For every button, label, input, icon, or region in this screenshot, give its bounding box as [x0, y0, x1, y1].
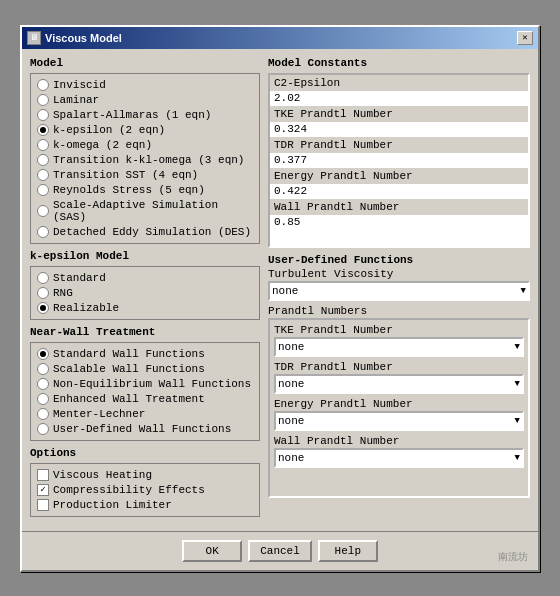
radio-user-wall[interactable]	[37, 423, 49, 435]
nearwall-section-label: Near-Wall Treatment	[30, 326, 260, 338]
main-content: Model Inviscid Laminar Spalart-Allmaras …	[22, 49, 538, 531]
model-k-epsilon[interactable]: k-epsilon (2 eqn)	[37, 123, 253, 137]
options-check-group: Viscous Heating ✓ Compressibility Effect…	[37, 468, 253, 512]
model-constants-box: C2-Epsilon 2.02 TKE Prandtl Number 0.324…	[268, 73, 530, 248]
radio-menter[interactable]	[37, 408, 49, 420]
ok-button[interactable]: OK	[182, 540, 242, 562]
kepsilon-rng[interactable]: RNG	[37, 286, 253, 300]
radio-realizable[interactable]	[37, 302, 49, 314]
label-transition-sst: Transition SST (4 eqn)	[53, 169, 198, 181]
viscous-model-window: 🖥 Viscous Model ✕ Model Inviscid Lamina	[20, 25, 540, 572]
nearwall-section: Standard Wall Functions Scalable Wall Fu…	[30, 342, 260, 441]
radio-des[interactable]	[37, 226, 49, 238]
const-energy-label: Energy Prandtl Number	[270, 168, 528, 184]
const-energy-value[interactable]: 0.422	[270, 184, 528, 199]
radio-enhanced[interactable]	[37, 393, 49, 405]
prandtl-tke-arrow: ▼	[515, 342, 520, 352]
turbulent-viscosity-label: Turbulent Viscosity	[268, 268, 530, 280]
radio-std-wall[interactable]	[37, 348, 49, 360]
nearwall-user[interactable]: User-Defined Wall Functions	[37, 422, 253, 436]
label-spalart: Spalart-Allmaras (1 eqn)	[53, 109, 211, 121]
label-sas: Scale-Adaptive Simulation (SAS)	[53, 199, 253, 223]
turbulent-viscosity-arrow: ▼	[521, 286, 526, 296]
const-wall-label: Wall Prandtl Number	[270, 199, 528, 215]
help-button[interactable]: Help	[318, 540, 378, 562]
label-laminar: Laminar	[53, 94, 99, 106]
prandtl-numbers-label: Prandtl Numbers	[268, 305, 530, 317]
udf-section-label: User-Defined Functions	[268, 254, 530, 266]
kepsilon-standard[interactable]: Standard	[37, 271, 253, 285]
prandtl-tdr-dropdown[interactable]: none ▼	[274, 374, 524, 394]
label-menter: Menter-Lechner	[53, 408, 145, 420]
check-production-limiter[interactable]	[37, 499, 49, 511]
model-spalart[interactable]: Spalart-Allmaras (1 eqn)	[37, 108, 253, 122]
const-tke-value[interactable]: 0.324	[270, 122, 528, 137]
radio-sas[interactable]	[37, 205, 49, 217]
label-scalable: Scalable Wall Functions	[53, 363, 205, 375]
radio-non-eq[interactable]	[37, 378, 49, 390]
const-tke-label: TKE Prandtl Number	[270, 106, 528, 122]
prandtl-tke-label: TKE Prandtl Number	[274, 324, 524, 336]
prandtl-energy-label: Energy Prandtl Number	[274, 398, 524, 410]
prandtl-energy-dropdown[interactable]: none ▼	[274, 411, 524, 431]
kepsilon-realizable[interactable]: Realizable	[37, 301, 253, 315]
kepsilon-radio-group: Standard RNG Realizable	[37, 271, 253, 315]
radio-transition-kklomega[interactable]	[37, 154, 49, 166]
prandtl-tke-dropdown[interactable]: none ▼	[274, 337, 524, 357]
check-viscous-heating[interactable]	[37, 469, 49, 481]
const-wall-value[interactable]: 0.85	[270, 215, 528, 230]
radio-transition-sst[interactable]	[37, 169, 49, 181]
model-des[interactable]: Detached Eddy Simulation (DES)	[37, 225, 253, 239]
nearwall-scalable[interactable]: Scalable Wall Functions	[37, 362, 253, 376]
kepsilon-section-label: k-epsilon Model	[30, 250, 260, 262]
prandtl-wall-arrow: ▼	[515, 453, 520, 463]
nearwall-radio-group: Standard Wall Functions Scalable Wall Fu…	[37, 347, 253, 436]
radio-inviscid[interactable]	[37, 79, 49, 91]
option-production-limiter[interactable]: Production Limiter	[37, 498, 253, 512]
label-des: Detached Eddy Simulation (DES)	[53, 226, 251, 238]
model-constants-label: Model Constants	[268, 57, 530, 69]
title-bar-left: 🖥 Viscous Model	[27, 31, 122, 45]
option-compressibility[interactable]: ✓ Compressibility Effects	[37, 483, 253, 497]
model-laminar[interactable]: Laminar	[37, 93, 253, 107]
label-standard: Standard	[53, 272, 106, 284]
radio-reynolds[interactable]	[37, 184, 49, 196]
close-button[interactable]: ✕	[517, 31, 533, 45]
cancel-button[interactable]: Cancel	[248, 540, 312, 562]
nearwall-enhanced[interactable]: Enhanced Wall Treatment	[37, 392, 253, 406]
label-realizable: Realizable	[53, 302, 119, 314]
const-tdr-label: TDR Prandtl Number	[270, 137, 528, 153]
radio-spalart[interactable]	[37, 109, 49, 121]
prandtl-tdr-value: none	[278, 378, 304, 390]
radio-scalable[interactable]	[37, 363, 49, 375]
label-compressibility: Compressibility Effects	[53, 484, 205, 496]
title-bar: 🖥 Viscous Model ✕	[22, 27, 538, 49]
check-compressibility[interactable]: ✓	[37, 484, 49, 496]
const-c2-epsilon-value[interactable]: 2.02	[270, 91, 528, 106]
turbulent-viscosity-dropdown[interactable]: none ▼	[268, 281, 530, 301]
model-reynolds[interactable]: Reynolds Stress (5 eqn)	[37, 183, 253, 197]
kepsilon-section: Standard RNG Realizable	[30, 266, 260, 320]
prandtl-energy-arrow: ▼	[515, 416, 520, 426]
nearwall-std[interactable]: Standard Wall Functions	[37, 347, 253, 361]
radio-rng[interactable]	[37, 287, 49, 299]
udf-section: User-Defined Functions Turbulent Viscosi…	[268, 254, 530, 498]
model-transition-sst[interactable]: Transition SST (4 eqn)	[37, 168, 253, 182]
nearwall-menter[interactable]: Menter-Lechner	[37, 407, 253, 421]
radio-k-omega[interactable]	[37, 139, 49, 151]
nearwall-non-eq[interactable]: Non-Equilibrium Wall Functions	[37, 377, 253, 391]
label-transition-kklomega: Transition k-kl-omega (3 eqn)	[53, 154, 244, 166]
prandtl-tke-value: none	[278, 341, 304, 353]
model-inviscid[interactable]: Inviscid	[37, 78, 253, 92]
radio-standard[interactable]	[37, 272, 49, 284]
model-k-omega[interactable]: k-omega (2 eqn)	[37, 138, 253, 152]
model-sas[interactable]: Scale-Adaptive Simulation (SAS)	[37, 198, 253, 224]
radio-laminar[interactable]	[37, 94, 49, 106]
option-viscous-heating[interactable]: Viscous Heating	[37, 468, 253, 482]
label-viscous-heating: Viscous Heating	[53, 469, 152, 481]
radio-k-epsilon[interactable]	[37, 124, 49, 136]
left-panel: Model Inviscid Laminar Spalart-Allmaras …	[30, 57, 260, 523]
const-tdr-value[interactable]: 0.377	[270, 153, 528, 168]
prandtl-wall-dropdown[interactable]: none ▼	[274, 448, 524, 468]
model-transition-kklomega[interactable]: Transition k-kl-omega (3 eqn)	[37, 153, 253, 167]
